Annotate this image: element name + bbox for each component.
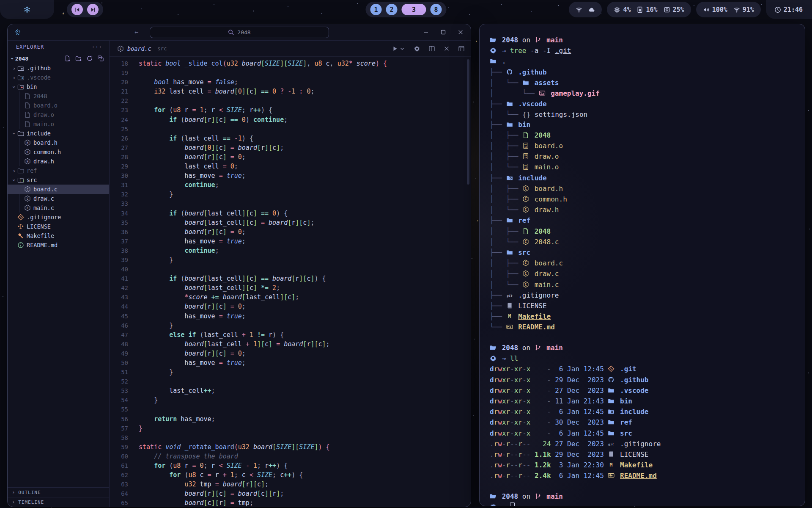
workspace-2[interactable]: 2 xyxy=(386,4,398,15)
volume-stat[interactable]: 100% xyxy=(703,6,727,14)
sidebar-item-main.c[interactable]: Cmain.c xyxy=(8,203,109,213)
refresh-explorer-button[interactable] xyxy=(86,55,93,62)
terminal-window[interactable]: 2048 on main → tree -a -I .git .├── .git… xyxy=(479,24,805,506)
media-prev-button[interactable] xyxy=(71,4,83,15)
nix-snowflake-logo[interactable] xyxy=(0,0,54,19)
project-root-row[interactable]: › 2048 xyxy=(8,53,109,64)
gear-icon[interactable] xyxy=(414,45,420,52)
code-line-56[interactable]: 56 return has_move; xyxy=(110,414,471,424)
code-line-53[interactable]: 53 last_cell++; xyxy=(110,386,471,395)
sidebar-item-include[interactable]: ›include xyxy=(8,129,109,138)
code-line-47[interactable]: 47 else if (last_cell + 1 != r) { xyxy=(110,330,471,340)
code-line-28[interactable]: 28 board[r][c] = 0; xyxy=(110,152,471,162)
code-line-54[interactable]: 54 } xyxy=(110,395,471,405)
command-center-search[interactable]: 2048 xyxy=(150,27,329,38)
editor-scrollbar[interactable] xyxy=(467,59,469,185)
sidebar-item-bin[interactable]: ›bin xyxy=(8,82,109,91)
wifi-tray-icon[interactable] xyxy=(576,6,582,13)
media-next-button[interactable] xyxy=(87,4,99,15)
outline-section[interactable]: ›OUTLINE xyxy=(8,487,109,497)
maximize-button[interactable] xyxy=(440,29,447,36)
code-line-43[interactable]: 43 *score += board[last_cell][c]; xyxy=(110,293,471,302)
code-line-37[interactable]: 37 has_move = true; xyxy=(110,237,471,246)
code-line-21[interactable]: 21 i32 last_cell = board[0][c] == 0 ? -1… xyxy=(110,87,471,96)
code-line-40[interactable]: 40 xyxy=(110,265,471,274)
code-line-32[interactable]: 32 } xyxy=(110,190,471,199)
sidebar-item-.github[interactable]: ›.github xyxy=(8,64,109,73)
code-line-39[interactable]: 39 } xyxy=(110,255,471,265)
code-line-24[interactable]: 24 if (board[r][c] == 0) continue; xyxy=(110,115,471,124)
sidebar-item-LICENSE[interactable]: LICENSE xyxy=(8,222,109,231)
code-line-27[interactable]: 27 board[0][c] = board[r][c]; xyxy=(110,143,471,152)
workspace-3[interactable]: 3 xyxy=(402,4,426,15)
code-line-60[interactable]: 60 // transpose the board xyxy=(110,452,471,461)
back-button[interactable]: ← xyxy=(134,28,138,36)
new-file-button[interactable] xyxy=(64,55,71,62)
code-line-31[interactable]: 31 continue; xyxy=(110,180,471,190)
code-line-62[interactable]: 62 for (u8 c = r + 1; c < SIZE; c++) { xyxy=(110,470,471,480)
code-line-19[interactable]: 19 xyxy=(110,68,471,77)
code-line-34[interactable]: 34 if (board[last_cell][c] == 0) { xyxy=(110,209,471,218)
code-line-41[interactable]: 41 if (board[last_cell][c] == board[r][c… xyxy=(110,274,471,283)
code-line-26[interactable]: 26 if (last_cell == -1) { xyxy=(110,134,471,143)
sidebar-item-draw.o[interactable]: draw.o xyxy=(8,110,109,119)
code-editor[interactable]: 18static bool _slide_col(u32 board[SIZE]… xyxy=(110,57,471,507)
sidebar-item-board.c[interactable]: Cboard.c xyxy=(8,185,109,194)
code-line-55[interactable]: 55 xyxy=(110,405,471,414)
workspace-1[interactable]: 1 xyxy=(370,4,382,15)
code-line-52[interactable]: 52 xyxy=(110,377,471,386)
workspace-8[interactable]: 8 xyxy=(431,4,442,15)
code-line-18[interactable]: 18static bool _slide_col(u32 board[SIZE]… xyxy=(110,59,471,68)
sidebar-item-README.md[interactable]: README.md xyxy=(8,240,109,250)
sidebar-item-board.o[interactable]: board.o xyxy=(8,101,109,110)
code-line-22[interactable]: 22 xyxy=(110,96,471,105)
tab-board-c[interactable]: C board.c src xyxy=(117,45,167,52)
code-line-29[interactable]: 29 last_cell = 0; xyxy=(110,162,471,171)
run-button[interactable] xyxy=(392,45,406,52)
code-line-58[interactable]: 58 xyxy=(110,433,471,442)
code-line-45[interactable]: 45 has_move = true; xyxy=(110,312,471,321)
code-line-48[interactable]: 48 board[last_cell + 1][c] = board[r][c]… xyxy=(110,340,471,349)
sidebar-item-common.h[interactable]: Hcommon.h xyxy=(8,147,109,157)
code-line-65[interactable]: 65 board[c][r] = tmp; xyxy=(110,498,471,507)
code-line-59[interactable]: 59static void _rotate_board(u32 board[SI… xyxy=(110,442,471,452)
code-line-38[interactable]: 38 continue; xyxy=(110,246,471,255)
split-editor-button[interactable] xyxy=(428,45,435,52)
wifi-stat[interactable]: 91% xyxy=(733,6,754,14)
code-line-35[interactable]: 35 board[last_cell][c] = board[r][c]; xyxy=(110,218,471,227)
code-line-57[interactable]: 57} xyxy=(110,424,471,433)
code-line-64[interactable]: 64 board[r][c] = board[c][r]; xyxy=(110,489,471,498)
explorer-more-button[interactable]: ··· xyxy=(92,44,102,50)
code-line-42[interactable]: 42 board[last_cell][c] *= 2; xyxy=(110,283,471,293)
new-folder-button[interactable] xyxy=(75,55,82,62)
sidebar-item-src[interactable]: ›( )src xyxy=(8,175,109,185)
code-line-36[interactable]: 36 board[r][c] = 0; xyxy=(110,227,471,237)
collapse-folders-button[interactable] xyxy=(97,55,104,62)
code-line-44[interactable]: 44 board[r][c] = 0; xyxy=(110,302,471,311)
code-line-50[interactable]: 50 has_move = true; xyxy=(110,358,471,367)
sidebar-item-.gitignore[interactable]: .gitignore xyxy=(8,213,109,222)
sidebar-item-board.h[interactable]: Hboard.h xyxy=(8,138,109,147)
code-line-51[interactable]: 51 } xyxy=(110,367,471,377)
close-button[interactable] xyxy=(457,29,464,36)
code-line-30[interactable]: 30 has_move = true; xyxy=(110,171,471,180)
sidebar-item-ref[interactable]: ›ref xyxy=(8,166,109,175)
code-line-49[interactable]: 49 board[r][c] = 0; xyxy=(110,349,471,358)
code-line-20[interactable]: 20 bool has_move = false; xyxy=(110,77,471,87)
sidebar-item-.vscode[interactable]: ›.vscode xyxy=(8,73,109,82)
minimize-button[interactable] xyxy=(422,29,429,36)
layout-icon[interactable] xyxy=(458,45,465,52)
sidebar-item-draw.h[interactable]: Hdraw.h xyxy=(8,157,109,166)
close-editor-button[interactable] xyxy=(443,45,450,52)
sidebar-item-main.o[interactable]: main.o xyxy=(8,119,109,129)
cloud-icon[interactable] xyxy=(588,6,595,13)
code-line-25[interactable]: 25 xyxy=(110,124,471,134)
code-line-46[interactable]: 46 } xyxy=(110,321,471,330)
sidebar-item-Makefile[interactable]: Makefile xyxy=(8,231,109,240)
code-line-61[interactable]: 61 for (u8 r = 0; r < SIZE - 1; r++) { xyxy=(110,461,471,470)
timeline-section[interactable]: ›TIMELINE xyxy=(8,497,109,507)
code-line-33[interactable]: 33 xyxy=(110,199,471,208)
code-line-23[interactable]: 23 for (u8 r = 1; r < SIZE; r++) { xyxy=(110,105,471,115)
sidebar-item-2048[interactable]: 2048 xyxy=(8,91,109,101)
sidebar-item-draw.c[interactable]: Cdraw.c xyxy=(8,194,109,203)
